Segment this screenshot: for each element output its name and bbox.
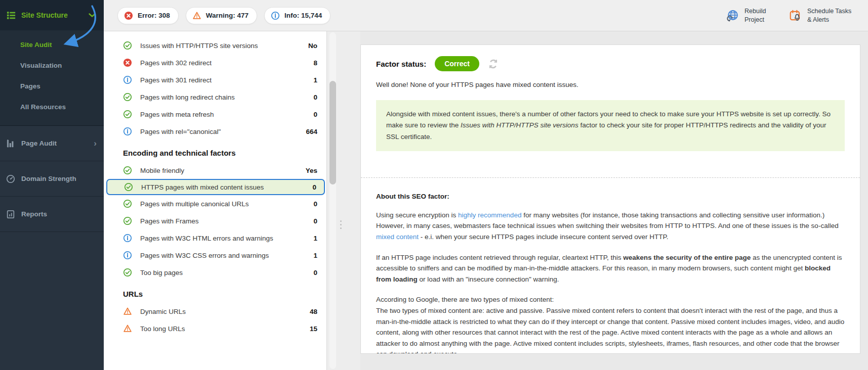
info-icon xyxy=(123,234,132,243)
factor-value: 15 xyxy=(310,325,317,333)
factor-row[interactable]: Pages with rel="canonical" 664 xyxy=(106,123,325,140)
note-box: Alongside with mixed content issues, the… xyxy=(376,100,845,151)
refresh-icon[interactable] xyxy=(488,59,499,69)
factor-value: 0 xyxy=(313,200,317,208)
factor-group-header: URLs xyxy=(123,290,326,298)
info-count-label: Info: 15,744 xyxy=(284,12,322,19)
about-paragraph-3: According to Google, there are two types… xyxy=(376,294,845,354)
paragraph-text: The two types of mixed content are: acti… xyxy=(376,307,844,354)
mixed-content-link[interactable]: mixed content xyxy=(376,233,419,241)
calendar-bell-icon xyxy=(789,9,802,22)
rebuild-project-label: Rebuild Project xyxy=(745,7,771,24)
info-icon xyxy=(123,127,132,136)
page-audit-icon xyxy=(6,139,15,148)
factor-row[interactable]: Issues with HTTP/HTTPS site versions No xyxy=(106,37,325,54)
sidebar-item-pages[interactable]: Pages xyxy=(0,76,104,97)
sidebar: Site Structure Site Audit Visualization … xyxy=(0,0,104,370)
factor-label: Pages with W3C HTML errors and warnings xyxy=(140,235,273,242)
warning-icon xyxy=(123,324,132,333)
warning-count-badge[interactable]: Warning: 477 xyxy=(186,7,257,24)
factor-value: 664 xyxy=(306,128,317,135)
factor-row[interactable]: Pages with multiple canonical URLs 0 xyxy=(106,195,325,212)
warning-icon xyxy=(123,307,132,316)
factor-row[interactable]: Too big pages 0 xyxy=(106,264,325,281)
panel-splitter[interactable] xyxy=(326,31,360,370)
about-paragraph-2: If an HTTPS page includes content retrie… xyxy=(376,252,845,285)
factor-row[interactable]: Pages with 302 redirect 8 xyxy=(106,54,325,71)
info-icon xyxy=(123,251,132,260)
sidebar-item-label: Reports xyxy=(21,210,47,218)
site-structure-icon xyxy=(7,11,16,20)
report-icon xyxy=(6,210,15,219)
factor-label: Issues with HTTP/HTTPS site versions xyxy=(140,42,258,50)
factor-row[interactable]: Pages with 301 redirect 1 xyxy=(106,71,325,88)
paragraph-text: Using secure encryption is xyxy=(376,211,458,219)
success-icon xyxy=(123,41,132,50)
sidebar-item-label: Domain Strength xyxy=(21,175,76,182)
factor-value: 0 xyxy=(313,217,317,225)
factor-row[interactable]: Pages with Frames 0 xyxy=(106,212,325,229)
info-count-badge[interactable]: Info: 15,744 xyxy=(264,7,330,24)
sidebar-item-page-audit[interactable]: Page Audit › xyxy=(0,126,104,161)
factor-list: Issues with HTTP/HTTPS site versions No … xyxy=(104,31,326,370)
factor-row[interactable]: Pages with W3C HTML errors and warnings … xyxy=(106,229,325,247)
factor-value: 1 xyxy=(313,252,317,259)
highly-recommended-link[interactable]: highly recommended xyxy=(458,211,521,219)
status-badge: Correct xyxy=(435,56,479,71)
factor-detail-panel: Factor status: Correct Well done! None o… xyxy=(360,31,868,370)
sidebar-item-domain-strength[interactable]: Domain Strength xyxy=(0,161,104,197)
factor-label: Pages with meta refresh xyxy=(140,111,214,118)
factor-label: Pages with 301 redirect xyxy=(140,76,212,84)
sidebar-item-all-resources[interactable]: All Resources xyxy=(0,97,104,117)
error-count-label: Error: 308 xyxy=(138,12,170,19)
info-icon xyxy=(271,11,280,20)
factor-value: 1 xyxy=(313,235,317,242)
splitter-handle-icon[interactable] xyxy=(340,220,342,229)
paragraph-bold-text: weakens the security of the entire page xyxy=(623,254,751,261)
scrollbar-thumb[interactable] xyxy=(329,81,336,184)
factor-label: Pages with Frames xyxy=(140,217,199,225)
topbar-actions: Rebuild Project Schedule Tasks & Alerts xyxy=(726,7,856,24)
about-paragraph-1: Using secure encryption is highly recomm… xyxy=(376,210,845,243)
chevron-right-icon: › xyxy=(94,139,97,148)
factor-value: 8 xyxy=(313,59,317,67)
factor-value: 1 xyxy=(313,76,317,84)
sidebar-item-reports[interactable]: Reports xyxy=(0,197,104,232)
factor-row[interactable]: Pages with meta refresh 0 xyxy=(106,106,325,123)
factor-label: Pages with multiple canonical URLs xyxy=(140,200,249,208)
factor-value: No xyxy=(308,42,317,50)
paragraph-text: - e.i. when your secure HTTPS pages incl… xyxy=(419,233,668,241)
info-icon xyxy=(123,75,132,84)
factor-row-selected[interactable]: HTTPS pages with mixed content issues 0 xyxy=(106,179,325,195)
factor-row[interactable]: Too long URLs 15 xyxy=(106,320,325,337)
about-heading: About this SEO factor: xyxy=(376,193,845,200)
factor-row[interactable]: Pages with W3C CSS errors and warnings 1 xyxy=(106,247,325,264)
factor-value: 0 xyxy=(313,269,317,276)
schedule-tasks-label: Schedule Tasks & Alerts xyxy=(807,7,856,24)
site-structure-submenu: Site Audit Visualization Pages All Resou… xyxy=(0,30,104,126)
success-icon xyxy=(124,182,133,192)
factor-row[interactable]: Mobile friendly Yes xyxy=(106,162,325,179)
paragraph-text: or load with an "insecure connection" wa… xyxy=(418,275,559,283)
paragraph-text: According to Google, there are two types… xyxy=(376,296,554,303)
factor-group-header: Encoding and technical factors xyxy=(123,149,326,157)
sidebar-item-site-audit[interactable]: Site Audit xyxy=(0,34,104,55)
success-icon xyxy=(123,199,132,208)
warning-count-label: Warning: 477 xyxy=(206,12,249,19)
content-area: Issues with HTTP/HTTPS site versions No … xyxy=(104,31,868,370)
schedule-tasks-button[interactable]: Schedule Tasks & Alerts xyxy=(789,7,856,24)
sidebar-item-site-structure[interactable]: Site Structure xyxy=(0,0,104,30)
factor-label: Dynamic URLs xyxy=(140,308,186,315)
sidebar-item-label: Site Structure xyxy=(21,11,68,19)
factor-label: Pages with rel="canonical" xyxy=(140,128,221,135)
factor-label: Pages with 302 redirect xyxy=(140,59,212,67)
factor-row[interactable]: Pages with long redirect chains 0 xyxy=(106,88,325,106)
factor-row[interactable]: Dynamic URLs 48 xyxy=(106,303,325,320)
rebuild-project-button[interactable]: Rebuild Project xyxy=(726,7,771,24)
warning-icon xyxy=(192,11,201,20)
sidebar-item-visualization[interactable]: Visualization xyxy=(0,55,104,76)
error-count-badge[interactable]: Error: 308 xyxy=(117,7,179,24)
globe-refresh-icon xyxy=(726,9,739,22)
chevron-down-icon[interactable] xyxy=(89,13,96,17)
note-italic-text: Issues with HTTP/HTTPS site versions xyxy=(461,121,578,129)
